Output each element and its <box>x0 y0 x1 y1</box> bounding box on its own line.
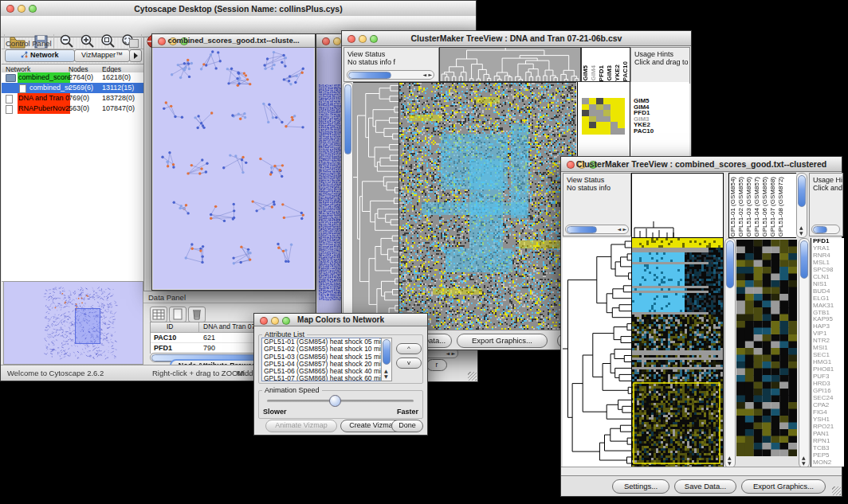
heatmap-cell[interactable] <box>589 128 596 135</box>
column-label[interactable]: PAC10 <box>622 61 630 81</box>
tv2-heatmap-vscrollbar[interactable]: ▲▼ <box>724 238 736 468</box>
animate-vizmap-button[interactable]: Animate Vizmap <box>265 420 337 432</box>
column-label[interactable]: GPL51-03 (GSM856) <box>745 177 753 237</box>
heatmap-cell[interactable] <box>596 104 603 111</box>
tab-vizmapper[interactable]: VizMapper™ <box>74 49 130 62</box>
net2-fragment-button[interactable]: r <box>426 359 447 371</box>
column-label[interactable]: GPL51-01 (GSM854) <box>729 177 737 237</box>
heatmap-cell[interactable] <box>582 116 589 123</box>
heatmap-cell[interactable] <box>603 104 610 111</box>
main-title-bar[interactable]: Cytoscape Desktop (Session Name: collins… <box>1 1 476 17</box>
column-label[interactable]: YKE2 <box>614 64 622 81</box>
heatmap-cell[interactable] <box>596 110 603 116</box>
column-label[interactable]: GPL51-02 (GSM855) <box>737 177 745 237</box>
column-label[interactable]: GIM3 <box>606 65 614 81</box>
heatmap-cell[interactable] <box>589 110 596 116</box>
export-graphics-button[interactable]: Export Graphics... <box>741 479 826 494</box>
heatmap-cell[interactable] <box>610 122 618 128</box>
heatmap-cell[interactable] <box>589 98 596 104</box>
delete-attribute-icon[interactable] <box>188 307 206 322</box>
resize-grip[interactable] <box>832 486 841 495</box>
attribute-listbox[interactable]: GPL51-01 (GSM854) heat shock 05 minGPL51… <box>261 338 383 381</box>
tv1-zoom-row-labels[interactable]: GIM5GIM4PFD1GIM3YKE2PAC10 <box>634 98 654 135</box>
tv1-title-bar[interactable]: ClusterMaker TreeView : DNA and Tran 07-… <box>342 31 691 46</box>
attribute-table-icon[interactable] <box>150 307 167 322</box>
heatmap-cell[interactable] <box>610 104 618 111</box>
tv1-heatmap[interactable] <box>398 82 576 330</box>
heatmap-cell[interactable] <box>610 116 618 123</box>
heatmap-cell[interactable] <box>589 122 596 128</box>
tv1-column-dendrogram[interactable] <box>439 47 581 82</box>
close-icon[interactable] <box>322 37 330 45</box>
done-button[interactable]: Done <box>391 420 423 432</box>
network-list-row[interactable]: combined_scores2764(0)16218(0) <box>2 72 143 83</box>
tv2-title-bar[interactable]: ClusterMaker TreeView : combined_scores_… <box>561 157 842 172</box>
network-list-row[interactable]: DNA and Tran 07769(0)183728(0) <box>2 93 143 104</box>
network-list-row[interactable]: RNAPuberNov2+563(0)107847(0) <box>2 104 143 114</box>
tv2-zoom-vscrollbar[interactable]: ▲▼ <box>799 238 810 468</box>
heatmap-cell[interactable] <box>618 128 625 135</box>
attribute-list-vscrollbar[interactable]: ▲▼ <box>381 338 392 381</box>
tv1-zoom-heatmap[interactable] <box>582 98 625 135</box>
overview-canvas[interactable] <box>4 282 141 362</box>
move-up-button[interactable]: ^ <box>396 343 422 354</box>
heatmap-cell[interactable] <box>582 104 589 111</box>
heatmap-cell[interactable] <box>596 98 603 104</box>
export-graphics-button[interactable]: Export Graphics... <box>457 334 548 348</box>
tab-network[interactable]: Network <box>5 49 75 62</box>
heatmap-cell[interactable] <box>596 128 603 135</box>
row-label[interactable]: PAC10 <box>634 128 654 135</box>
heatmap-cell[interactable] <box>618 110 625 116</box>
network-list-row[interactable]: combined_sco2569(6)13112(15) <box>2 83 143 93</box>
heatmap-cell[interactable] <box>618 104 625 111</box>
heatmap-cell[interactable] <box>610 128 618 135</box>
tv2-usage-hscrollbar[interactable] <box>811 225 840 234</box>
minimize-icon[interactable] <box>333 37 341 45</box>
dialog-title-bar[interactable]: Map Colors to Network <box>254 314 427 326</box>
tv2-column-dendrogram-panel[interactable] <box>631 173 724 238</box>
attribute-list-item[interactable]: GPL51-07 (GSM868) heat shock 60 min <box>262 375 382 381</box>
tv1-status-hscrollbar[interactable]: ◄► <box>347 70 434 80</box>
col-id[interactable]: ID <box>167 322 174 330</box>
resize-grip[interactable] <box>468 372 477 381</box>
column-label[interactable]: GPL51-06 (GSM865) <box>761 177 769 237</box>
heatmap-cell[interactable] <box>603 122 610 128</box>
overview-viewport-rect[interactable] <box>75 308 100 344</box>
heatmap-cell[interactable] <box>582 110 589 116</box>
column-label[interactable]: PFD1 <box>598 65 606 81</box>
tv1-global-vscrollbar[interactable]: ▲▼ <box>343 82 353 332</box>
tab-overflow-arrow[interactable] <box>129 49 142 62</box>
heatmap-cell[interactable] <box>603 110 610 116</box>
tv2-row-dendrogram[interactable] <box>563 238 631 467</box>
column-label[interactable]: GPL51-04 (GSM857) <box>753 177 761 237</box>
heatmap-cell[interactable] <box>618 122 625 128</box>
heatmap-cell[interactable] <box>603 116 610 123</box>
heatmap-cell[interactable] <box>596 116 603 123</box>
save-data-button[interactable]: Save Data... <box>674 479 736 494</box>
heatmap-cell[interactable] <box>603 128 610 135</box>
heatmap-cell[interactable] <box>582 128 589 135</box>
move-down-button[interactable]: v <box>396 357 422 369</box>
heatmap-cell[interactable] <box>610 98 618 104</box>
tv2-collabel-vscrollbar[interactable]: ▲▼ <box>796 173 807 238</box>
heatmap-cell[interactable] <box>582 98 589 104</box>
heatmap-cell[interactable] <box>603 98 610 104</box>
gene-label[interactable]: MON2 <box>813 459 844 467</box>
heatmap-cell[interactable] <box>618 98 625 104</box>
heatmap-cell[interactable] <box>618 116 625 123</box>
float-panel-icon[interactable] <box>129 39 139 48</box>
settings-button[interactable]: Settings... <box>612 479 669 494</box>
heatmap-cell[interactable] <box>582 122 589 128</box>
speed-slider-thumb[interactable] <box>329 395 341 407</box>
heatmap-cell[interactable] <box>589 104 596 111</box>
tv1-row-dendrogram[interactable] <box>353 82 398 330</box>
new-attribute-icon[interactable] <box>169 307 186 322</box>
heatmap-cell[interactable] <box>596 122 603 128</box>
network-canvas-1[interactable] <box>153 48 314 289</box>
column-label[interactable]: GIM4 <box>590 65 598 81</box>
heatmap-cell[interactable] <box>610 110 618 116</box>
tv2-zoom-heatmap[interactable] <box>736 240 797 456</box>
heatmap-cell[interactable] <box>589 116 596 123</box>
column-label[interactable]: GIM5 <box>582 65 590 81</box>
column-label[interactable]: GPL51-08 (GSM872) <box>777 177 785 237</box>
